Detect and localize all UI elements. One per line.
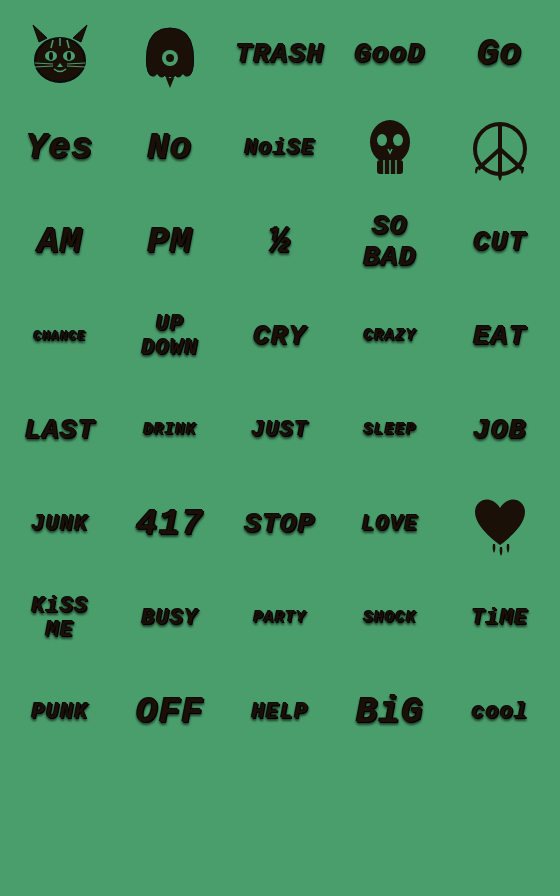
svg-marker-1: [33, 25, 47, 42]
off-text: OFF: [136, 693, 204, 733]
punk-text: PUNK: [32, 701, 89, 725]
cut-cell[interactable]: CUT: [450, 202, 550, 284]
pm-text: PM: [147, 223, 192, 263]
kissme-cell[interactable]: KiSS ME: [10, 578, 110, 660]
stop-text: STOP: [244, 510, 315, 541]
big-cell[interactable]: BiG: [340, 672, 440, 754]
skull-icon-cell[interactable]: [340, 108, 440, 190]
am-cell[interactable]: AM: [10, 202, 110, 284]
row-3: AM PM ½ SO BAD CUT: [5, 198, 555, 288]
svg-point-19: [393, 134, 403, 146]
cool-cell[interactable]: cool: [450, 672, 550, 754]
row-8: PUNK OFF HELP BiG cool: [5, 668, 555, 758]
good-cell[interactable]: GooD: [340, 14, 440, 96]
sobad-text: SO BAD: [363, 212, 416, 274]
ghost-icon-cell[interactable]: [120, 14, 220, 96]
busy-cell[interactable]: BUSY: [120, 578, 220, 660]
cry-cell[interactable]: CRY: [230, 296, 330, 378]
heart-icon-cell[interactable]: [450, 484, 550, 566]
chance-text: CHANCE: [34, 330, 87, 344]
eat-text: EAT: [473, 322, 526, 353]
417-cell[interactable]: 417: [120, 484, 220, 566]
job-text: JOB: [473, 416, 526, 447]
punk-cell[interactable]: PUNK: [10, 672, 110, 754]
go-text: Go: [477, 35, 522, 75]
svg-line-26: [478, 149, 500, 169]
peace-icon-cell[interactable]: [450, 108, 550, 190]
time-text: TiME: [472, 607, 529, 631]
no-cell[interactable]: No: [120, 108, 220, 190]
cat-icon-cell[interactable]: [10, 14, 110, 96]
off-cell[interactable]: OFF: [120, 672, 220, 754]
sleep-cell[interactable]: SLEEP: [340, 390, 440, 472]
go-cell[interactable]: Go: [450, 14, 550, 96]
drink-text: DRINK: [143, 422, 196, 440]
svg-line-27: [500, 149, 522, 169]
svg-point-6: [67, 52, 71, 60]
cool-text: cool: [472, 701, 529, 725]
svg-point-18: [377, 134, 387, 146]
cat-icon: [25, 20, 95, 90]
love-cell[interactable]: LOVE: [340, 484, 440, 566]
trash-cell[interactable]: TRASH: [230, 14, 330, 96]
cry-text: CRY: [253, 322, 306, 353]
sticker-grid: TRASH GooD Go Yes No NoiSE: [0, 0, 560, 772]
job-cell[interactable]: JOB: [450, 390, 550, 472]
shock-text: SHOCK: [363, 610, 416, 628]
just-text: JUST: [252, 419, 309, 443]
shock-cell[interactable]: SHOCK: [340, 578, 440, 660]
no-text: No: [147, 129, 192, 169]
help-cell[interactable]: HELP: [230, 672, 330, 754]
svg-point-16: [166, 54, 174, 62]
row-7: KiSS ME BUSY PARTY SHOCK TiME: [5, 574, 555, 664]
417-text: 417: [136, 505, 204, 545]
yes-cell[interactable]: Yes: [10, 108, 110, 190]
party-text: PARTY: [253, 610, 306, 628]
cut-text: CUT: [473, 228, 526, 259]
noise-text: NoiSE: [244, 137, 315, 161]
row-1: TRASH GooD Go: [5, 10, 555, 100]
good-text: GooD: [354, 40, 425, 71]
eat-cell[interactable]: EAT: [450, 296, 550, 378]
row-5: LAST DRINK JUST SLEEP JOB: [5, 386, 555, 476]
yes-text: Yes: [26, 129, 94, 169]
row-6: JUNK 417 STOP LOVE: [5, 480, 555, 570]
row-4: CHANCE UP DOWN CRY CRAZY EAT: [5, 292, 555, 382]
last-text: LAST: [24, 416, 95, 447]
crazy-text: CRAZY: [363, 328, 416, 346]
crazy-cell[interactable]: CRAZY: [340, 296, 440, 378]
pm-cell[interactable]: PM: [120, 202, 220, 284]
chance-cell[interactable]: CHANCE: [10, 296, 110, 378]
party-cell[interactable]: PARTY: [230, 578, 330, 660]
kissme-text: KiSS ME: [32, 595, 89, 643]
last-cell[interactable]: LAST: [10, 390, 110, 472]
big-text: BiG: [356, 693, 424, 733]
love-text: LOVE: [362, 513, 419, 537]
heart-icon: [465, 490, 535, 560]
updown-text: UP DOWN: [142, 313, 199, 361]
svg-point-5: [49, 52, 53, 60]
half-cell[interactable]: ½: [230, 202, 330, 284]
drink-cell[interactable]: DRINK: [120, 390, 220, 472]
svg-point-17: [370, 120, 410, 164]
peace-icon: [465, 114, 535, 184]
help-text: HELP: [252, 701, 309, 725]
row-2: Yes No NoiSE: [5, 104, 555, 194]
svg-marker-2: [73, 25, 87, 42]
busy-text: BUSY: [142, 607, 199, 631]
junk-text: JUNK: [32, 513, 89, 537]
sleep-text: SLEEP: [363, 422, 416, 440]
noise-cell[interactable]: NoiSE: [230, 108, 330, 190]
skull-icon: [355, 114, 425, 184]
ghost-icon: [135, 20, 205, 90]
am-text: AM: [37, 223, 82, 263]
junk-cell[interactable]: JUNK: [10, 484, 110, 566]
just-cell[interactable]: JUST: [230, 390, 330, 472]
stop-cell[interactable]: STOP: [230, 484, 330, 566]
trash-text: TRASH: [235, 40, 324, 71]
updown-cell[interactable]: UP DOWN: [120, 296, 220, 378]
sobad-cell[interactable]: SO BAD: [340, 202, 440, 284]
half-text: ½: [269, 223, 292, 263]
time-cell[interactable]: TiME: [450, 578, 550, 660]
